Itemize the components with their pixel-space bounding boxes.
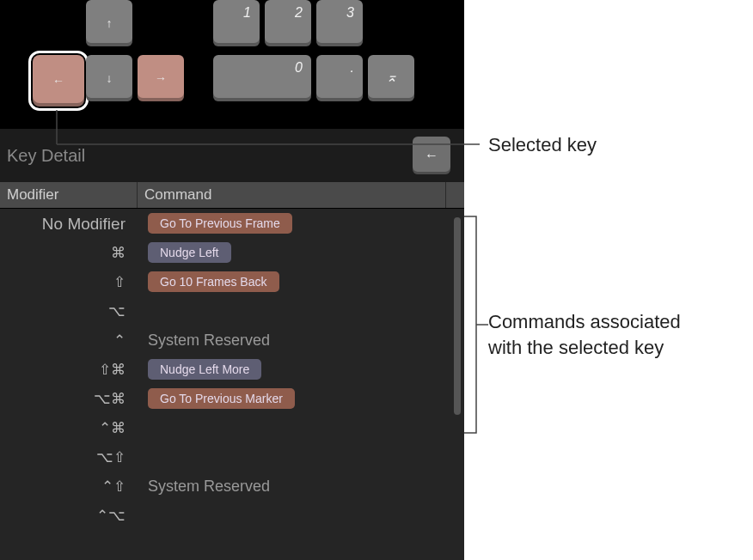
modifier-cell: ⌃⌘: [0, 421, 138, 435]
command-pill[interactable]: Nudge Left More: [148, 359, 261, 380]
command-pill[interactable]: Go To Previous Frame: [148, 213, 292, 234]
column-header-spacer: [445, 182, 464, 208]
command-pill[interactable]: Go To Previous Marker: [148, 388, 295, 409]
table-row[interactable]: ⌥: [0, 296, 464, 326]
command-pill[interactable]: Go 10 Frames Back: [148, 271, 279, 292]
key-right-arrow[interactable]: →: [138, 55, 184, 101]
annotation-selected-key: Selected key: [488, 132, 597, 158]
command-pill[interactable]: Nudge Left: [148, 242, 231, 263]
annotation-commands-line1: Commands associated: [488, 309, 681, 335]
table-row[interactable]: ⌥⌘Go To Previous Marker: [0, 384, 464, 413]
modifier-cell: ⌥⌘: [0, 392, 138, 406]
table-row[interactable]: No ModifierGo To Previous Frame: [0, 209, 464, 238]
table-row[interactable]: ⌘Nudge Left: [0, 238, 464, 267]
column-header-modifier[interactable]: Modifier: [0, 182, 138, 208]
command-cell: Nudge Left More: [138, 359, 464, 380]
numpad-1-label: 1: [243, 5, 251, 21]
left-arrow-icon: ←: [52, 74, 64, 88]
numpad-2-label: 2: [295, 5, 303, 21]
table-row[interactable]: ⌃⌥: [0, 501, 464, 530]
modifier-cell: ⌃⇧: [0, 479, 138, 494]
numpad-0-label: 0: [295, 60, 303, 76]
right-arrow-icon: →: [155, 71, 167, 85]
table-row[interactable]: ⌃System Reserved: [0, 326, 464, 355]
table-row[interactable]: ⌃⇧System Reserved: [0, 472, 464, 501]
modifier-cell: ⌃: [0, 333, 138, 348]
key-numpad-enter[interactable]: ⌅: [368, 55, 414, 101]
modifier-cell: ⌥: [0, 304, 138, 319]
key-down-arrow[interactable]: ↓: [86, 55, 132, 101]
command-cell: System Reserved: [138, 478, 464, 496]
key-numpad-dot[interactable]: .: [316, 55, 363, 101]
system-reserved-label: System Reserved: [148, 332, 270, 350]
command-cell: Go To Previous Frame: [138, 213, 464, 234]
scrollbar-thumb[interactable]: [454, 217, 461, 415]
command-cell: Go 10 Frames Back: [138, 271, 464, 292]
column-header-row: Modifier Command: [0, 182, 464, 208]
modifier-cell: ⇧: [0, 275, 138, 289]
annotation-commands-line2: with the selected key: [488, 335, 664, 361]
modifier-cell: ⌘: [0, 246, 138, 260]
key-numpad-2[interactable]: 2: [265, 0, 311, 46]
table-row[interactable]: ⇧⌘Nudge Left More: [0, 355, 464, 384]
system-reserved-label: System Reserved: [148, 478, 270, 496]
enter-icon: ⌅: [368, 69, 414, 85]
key-left-arrow[interactable]: ←: [33, 55, 84, 107]
command-editor-panel: ↑ ← ↓ → 1 2 3 0 . ⌅ Key Detail: [0, 0, 464, 560]
numpad-dot-label: .: [351, 60, 354, 76]
key-detail-body: No ModifierGo To Previous Frame⌘Nudge Le…: [0, 208, 464, 560]
modifier-cell: ⌃⌥: [0, 508, 138, 523]
table-row[interactable]: ⌥⇧: [0, 442, 464, 472]
callout-line-selected-key: [57, 110, 487, 161]
up-arrow-icon: ↑: [107, 16, 113, 30]
table-row[interactable]: ⌃⌘: [0, 413, 464, 442]
command-cell: Nudge Left: [138, 242, 464, 263]
down-arrow-icon: ↓: [107, 71, 113, 85]
callout-bracket-commands: [464, 216, 490, 440]
column-header-command[interactable]: Command: [138, 186, 445, 204]
modifier-cell: No Modifier: [0, 216, 138, 232]
key-numpad-1[interactable]: 1: [213, 0, 260, 46]
modifier-cell: ⌥⇧: [0, 450, 138, 465]
table-row[interactable]: ⇧Go 10 Frames Back: [0, 267, 464, 296]
key-up-arrow[interactable]: ↑: [86, 0, 132, 46]
modifier-cell: ⇧⌘: [0, 362, 138, 377]
command-cell: Go To Previous Marker: [138, 388, 464, 409]
command-cell: System Reserved: [138, 332, 464, 350]
numpad-3-label: 3: [346, 5, 354, 21]
key-numpad-0[interactable]: 0: [213, 55, 311, 101]
key-numpad-3[interactable]: 3: [316, 0, 363, 46]
